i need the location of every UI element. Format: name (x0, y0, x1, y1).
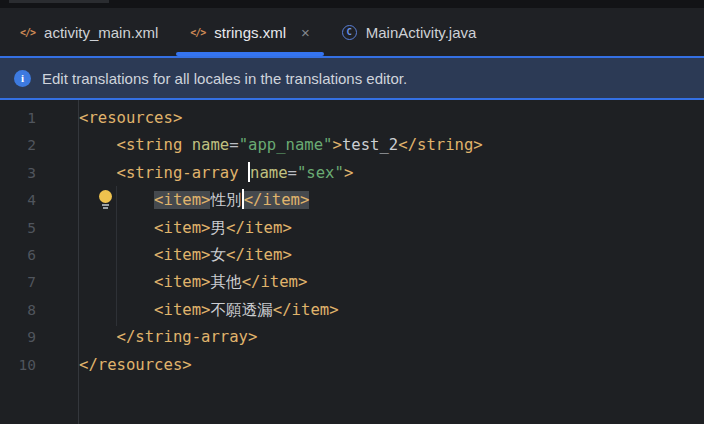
code-segment: </resources> (79, 356, 192, 374)
code-line-2[interactable]: 2 <string name="app_name">test_2</string… (0, 132, 704, 159)
code-text: </resources> (79, 356, 192, 374)
line-number: 4 (0, 187, 36, 214)
code-segment: <item> (154, 219, 210, 237)
code-segment: <item> (154, 301, 210, 319)
code-line-4[interactable]: 4 <item>性別</item> (0, 187, 704, 214)
intention-bulb-icon[interactable] (97, 190, 113, 211)
xml-file-icon: </> (20, 27, 35, 38)
code-segment (79, 191, 154, 209)
active-tab-indicator (176, 52, 324, 56)
code-text: <item>性別</item> (79, 191, 309, 209)
code-segment: > (333, 136, 342, 154)
code-line-3[interactable]: 3 <string-array name="sex"> (0, 160, 704, 187)
code-segment: 不願透漏 (210, 301, 272, 319)
code-segment: 女 (210, 246, 226, 264)
close-icon[interactable]: × (301, 25, 310, 40)
code-segment: </item> (244, 191, 310, 209)
code-segment: name (250, 164, 288, 182)
line-number: 10 (0, 352, 36, 379)
code-segment: 性別 (210, 191, 241, 209)
code-text: </string-array> (79, 328, 257, 346)
code-segment: <item> (154, 273, 210, 291)
code-segment: test_2 (342, 136, 398, 154)
code-segment: </string-array> (79, 328, 257, 346)
code-line-8[interactable]: 8 <item>不願透漏</item> (0, 297, 704, 324)
tab-label: strings.xml (214, 24, 286, 41)
line-number: 1 (0, 105, 36, 132)
code-segment: = (229, 136, 238, 154)
code-segment (79, 273, 154, 291)
code-text: <item>男</item> (79, 219, 292, 237)
editor-tab-bar: </> activity_main.xml </> strings.xml × … (0, 8, 704, 56)
code-segment: </string> (398, 136, 483, 154)
tab-label: activity_main.xml (44, 24, 158, 41)
code-line-7[interactable]: 7 <item>其他</item> (0, 269, 704, 296)
code-text: <item>不願透漏</item> (79, 301, 339, 319)
line-number: 9 (0, 324, 36, 351)
code-segment: <item> (154, 246, 210, 264)
code-segment: </item> (273, 301, 339, 319)
code-segment (79, 301, 154, 319)
toolbar-edge-decoration (9, 0, 109, 3)
info-icon: i (14, 70, 31, 87)
code-editor[interactable]: 1<resources>2 <string name="app_name">te… (0, 100, 704, 424)
code-segment (79, 246, 154, 264)
code-segment: "sex" (297, 164, 344, 182)
code-segment: 其他 (210, 273, 241, 291)
tab-mainactivity-java[interactable]: C MainActivity.java (326, 8, 493, 56)
code-text: <item>其他</item> (79, 273, 307, 291)
code-text: <item>女</item> (79, 246, 292, 264)
code-segment: <string-array (79, 164, 248, 182)
line-number: 3 (0, 160, 36, 187)
code-text: <resources> (79, 109, 182, 127)
code-segment: <item> (154, 191, 210, 209)
code-segment: > (344, 164, 353, 182)
code-segment: </item> (242, 273, 308, 291)
notification-banner: i Edit translations for all locales in t… (0, 56, 704, 100)
code-segment: name (192, 136, 230, 154)
code-segment: </item> (226, 246, 292, 264)
line-number: 8 (0, 297, 36, 324)
code-text: <string name="app_name">test_2</string> (79, 136, 483, 154)
java-class-icon: C (342, 25, 357, 40)
code-lines: 1<resources>2 <string name="app_name">te… (0, 100, 704, 379)
code-segment: <string (79, 136, 192, 154)
banner-text: Edit translations for all locales in the… (42, 70, 407, 87)
code-line-6[interactable]: 6 <item>女</item> (0, 242, 704, 269)
window-top-strip (0, 0, 704, 8)
code-segment: = (288, 164, 297, 182)
code-segment (79, 219, 154, 237)
code-segment: "app_name" (239, 136, 333, 154)
code-line-9[interactable]: 9 </string-array> (0, 324, 704, 351)
line-number: 2 (0, 132, 36, 159)
xml-file-icon: </> (190, 27, 205, 38)
code-segment: 男 (210, 219, 226, 237)
line-number: 7 (0, 269, 36, 296)
line-number: 5 (0, 215, 36, 242)
code-segment: </item> (226, 219, 292, 237)
code-line-5[interactable]: 5 <item>男</item> (0, 215, 704, 242)
tab-activity-main-xml[interactable]: </> activity_main.xml (4, 8, 174, 56)
code-line-10[interactable]: 10</resources> (0, 352, 704, 379)
tab-label: MainActivity.java (366, 24, 477, 41)
line-number: 6 (0, 242, 36, 269)
code-line-1[interactable]: 1<resources> (0, 105, 704, 132)
code-text: <string-array name="sex"> (79, 164, 353, 182)
code-segment: <resources> (79, 109, 182, 127)
tab-strings-xml[interactable]: </> strings.xml × (174, 8, 326, 56)
